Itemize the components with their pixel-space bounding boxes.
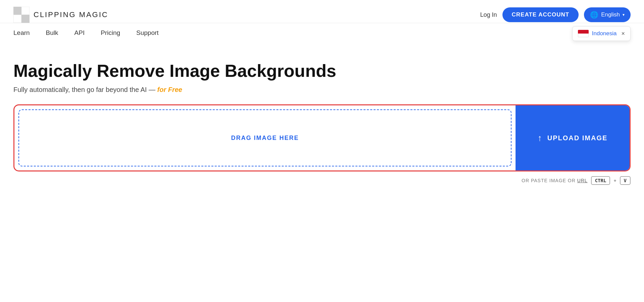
language-dropdown: Indonesia × xyxy=(572,26,631,41)
upload-arrow-icon: ↑ xyxy=(538,133,543,143)
nav-item-support[interactable]: Support xyxy=(136,29,159,41)
nav-item-pricing[interactable]: Pricing xyxy=(101,29,120,41)
create-account-button[interactable]: CREATE ACCOUNT xyxy=(502,7,579,22)
logo-bold: CLIPPING xyxy=(34,10,76,19)
hero-subtitle: Fully automatically, then go far beyond … xyxy=(13,86,631,94)
language-dropdown-name: Indonesia xyxy=(592,30,617,37)
upload-button-label: UPLOAD IMAGE xyxy=(547,134,608,142)
drag-text: DRAG IMAGE HERE xyxy=(231,135,299,142)
svg-rect-1 xyxy=(21,7,30,15)
v-key: V xyxy=(620,176,631,185)
globe-icon: 🌐 xyxy=(590,11,598,19)
nav-item-api[interactable]: API xyxy=(74,29,85,41)
language-button[interactable]: 🌐 English ▾ xyxy=(584,7,631,22)
language-dropdown-close[interactable]: × xyxy=(621,30,625,37)
nav: Learn Bulk API Pricing Support xyxy=(0,23,644,41)
logo-icon xyxy=(13,7,30,23)
hero-subtitle-prefix: Fully automatically, then go far beyond … xyxy=(13,86,157,93)
chevron-down-icon: ▾ xyxy=(623,12,625,17)
drag-drop-area[interactable]: DRAG IMAGE HERE xyxy=(18,109,512,166)
language-label: English xyxy=(601,11,620,18)
logo-light: MAGIC xyxy=(76,10,108,19)
ctrl-key: CTRL xyxy=(591,176,610,185)
nav-item-bulk[interactable]: Bulk xyxy=(46,29,58,41)
svg-rect-3 xyxy=(21,15,30,23)
login-link[interactable]: Log In xyxy=(480,11,497,18)
upload-image-button[interactable]: ↑ UPLOAD IMAGE xyxy=(516,105,630,170)
nav-item-learn[interactable]: Learn xyxy=(13,29,30,41)
header: CLIPPING MAGIC Log In CREATE ACCOUNT 🌐 E… xyxy=(0,0,644,23)
upload-container: DRAG IMAGE HERE ↑ UPLOAD IMAGE xyxy=(13,104,631,171)
indonesia-flag xyxy=(578,30,589,37)
paste-url-label[interactable]: URL xyxy=(577,178,588,183)
svg-rect-2 xyxy=(13,15,21,23)
plus-symbol: + xyxy=(613,178,616,183)
main-content: Magically Remove Image Backgrounds Fully… xyxy=(0,41,644,185)
logo-text: CLIPPING MAGIC xyxy=(34,10,108,19)
svg-rect-0 xyxy=(13,7,21,15)
header-right: Log In CREATE ACCOUNT 🌐 English ▾ Indone… xyxy=(480,7,631,22)
paste-row: OR PASTE IMAGE OR URL CTRL + V xyxy=(13,171,631,185)
hero-subtitle-highlight: for Free xyxy=(157,86,182,93)
paste-label: OR PASTE IMAGE OR xyxy=(522,178,576,183)
paste-text: OR PASTE IMAGE OR URL xyxy=(522,178,588,183)
hero-title: Magically Remove Image Backgrounds xyxy=(13,61,631,81)
logo[interactable]: CLIPPING MAGIC xyxy=(13,7,108,23)
